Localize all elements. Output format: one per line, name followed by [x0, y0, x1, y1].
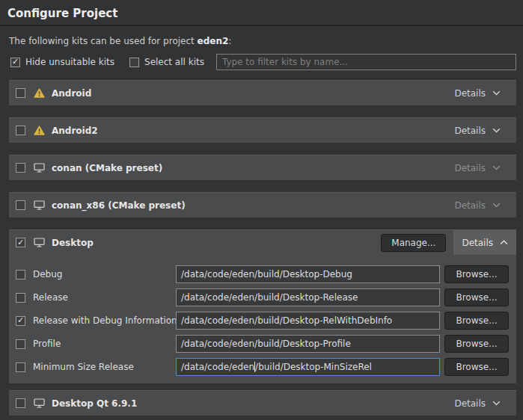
select-all-kits-group: Select all kits — [129, 57, 204, 67]
page-title: Configure Project — [0, 0, 523, 26]
browse-button-debug[interactable]: Browse... — [444, 265, 509, 283]
desktop-icon — [34, 200, 45, 210]
kit-desktop-details-button[interactable]: Details — [453, 230, 516, 255]
warning-icon — [34, 88, 45, 98]
chevron-down-icon — [492, 203, 501, 208]
config-label: Profile — [33, 339, 61, 349]
warning-icon — [34, 126, 45, 135]
config-label: Debug — [33, 269, 62, 280]
build-dir-input-relwithdebinfo[interactable]: /data/code/eden/build/Desktop-RelWithDeb… — [176, 312, 440, 330]
kit-filter-input[interactable] — [216, 54, 516, 70]
browse-button-minsizerel[interactable]: Browse... — [444, 358, 509, 376]
browse-button-profile[interactable]: Browse... — [444, 335, 509, 353]
desktop-icon — [34, 398, 45, 408]
kit-row-desktop-qt: Desktop Qt 6.9.1 Details — [9, 390, 516, 416]
kit-name: Android — [52, 88, 91, 99]
kit-desktop-checkbox[interactable] — [16, 238, 25, 247]
config-label: Release — [33, 292, 68, 303]
build-config-row-minsizerel: Minimum Size Release /data/code/eden/bui… — [16, 358, 509, 376]
desktop-icon — [34, 238, 45, 247]
kit-row-desktop-expanded: Desktop Manage... Details Debug /data/co… — [9, 229, 516, 383]
select-all-kits-checkbox[interactable] — [129, 58, 139, 67]
kit-name: conan_x86 (CMake preset) — [52, 200, 186, 211]
kit-android2-checkbox[interactable] — [16, 126, 25, 135]
chevron-down-icon — [492, 128, 501, 133]
intro-suffix: : — [228, 36, 231, 46]
hide-unsuitable-kits-checkbox[interactable] — [10, 58, 20, 67]
kit-android-details-button[interactable]: Details — [446, 81, 509, 105]
build-config-row-debug: Debug /data/code/eden/build/Desktop-Debu… — [16, 265, 509, 283]
kit-row-conan-x86: conan_x86 (CMake preset) Details — [9, 192, 516, 217]
config-label: Release with Debug Information — [33, 315, 177, 326]
browse-button-release[interactable]: Browse... — [444, 288, 509, 306]
config-minsizerel-checkbox[interactable] — [16, 362, 25, 372]
build-dir-input-profile[interactable]: /data/code/eden/build/Desktop-Profile — [176, 335, 440, 353]
build-dir-input-release[interactable]: /data/code/eden/build/Desktop-Release — [176, 288, 440, 306]
kit-name: Android2 — [52, 126, 98, 136]
kit-conan-details-button[interactable]: Details — [446, 155, 509, 180]
kit-conan-x86-details-button[interactable]: Details — [446, 193, 509, 217]
kit-row-android: Android Details — [9, 80, 516, 105]
kit-name: Desktop — [52, 238, 94, 248]
intro-prefix: The following kits can be used for proje… — [9, 36, 198, 46]
kit-android-checkbox[interactable] — [16, 88, 25, 98]
build-config-row-release: Release /data/code/eden/build/Desktop-Re… — [16, 288, 509, 306]
input-text-after-caret: /build/Desktop-MinSizeRel — [255, 362, 372, 372]
input-text-before-caret: /data/code/eden — [181, 362, 254, 372]
config-label: Minimum Size Release — [33, 362, 134, 372]
kit-name: conan (CMake preset) — [52, 163, 162, 173]
kit-row-conan: conan (CMake preset) Details — [9, 155, 516, 180]
chevron-down-icon — [492, 165, 501, 170]
project-name: eden2 — [198, 36, 229, 46]
build-dir-input-minsizerel[interactable]: /data/code/eden/build/Desktop-MinSizeRel — [176, 358, 440, 376]
kit-name: Desktop Qt 6.9.1 — [52, 398, 137, 409]
hide-unsuitable-kits-label: Hide unsuitable kits — [25, 57, 114, 67]
config-release-checkbox[interactable] — [16, 293, 25, 303]
kit-android2-details-button[interactable]: Details — [446, 118, 509, 143]
build-dir-input-debug[interactable]: /data/code/eden/build/Desktop-Debug — [176, 265, 440, 283]
kit-conan-checkbox[interactable] — [16, 163, 25, 173]
config-profile-checkbox[interactable] — [16, 339, 25, 349]
chevron-up-icon — [500, 240, 508, 245]
kit-conan-x86-checkbox[interactable] — [16, 200, 25, 210]
select-all-kits-label: Select all kits — [144, 57, 204, 67]
intro-text: The following kits can be used for proje… — [9, 36, 514, 46]
kit-desktop-qt-details-button[interactable]: Details — [446, 391, 509, 416]
kit-row-android2: Android2 Details — [9, 117, 516, 143]
hide-unsuitable-kits-group: Hide unsuitable kits — [10, 57, 114, 67]
config-debug-checkbox[interactable] — [16, 270, 25, 280]
build-config-row-profile: Profile /data/code/eden/build/Desktop-Pr… — [16, 335, 509, 353]
kit-desktop-qt-checkbox[interactable] — [16, 398, 25, 408]
manage-kits-button[interactable]: Manage... — [381, 234, 446, 252]
kit-filter-controls: Hide unsuitable kits Select all kits — [10, 54, 516, 70]
browse-button-relwithdebinfo[interactable]: Browse... — [444, 312, 509, 330]
config-relwithdebinfo-checkbox[interactable] — [16, 316, 25, 326]
desktop-icon — [34, 163, 45, 173]
chevron-down-icon — [492, 90, 501, 96]
chevron-down-icon — [492, 401, 501, 406]
build-config-row-relwithdebinfo: Release with Debug Information /data/cod… — [16, 312, 509, 330]
